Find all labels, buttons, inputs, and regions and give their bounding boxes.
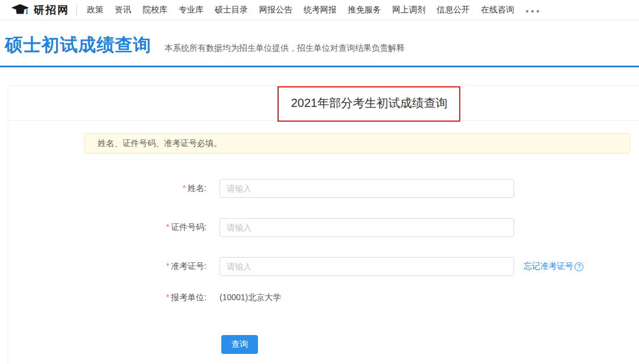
nav-item-college-db[interactable]: 院校库: [143, 5, 167, 15]
name-input[interactable]: [220, 179, 514, 198]
logo-text: 研招网: [34, 3, 69, 17]
button-row: 查询: [8, 335, 639, 354]
nav-item-policy[interactable]: 政策: [87, 5, 104, 15]
query-form: *姓名: *证件号码: *准考证号: 忘记准考证号 ? *报考单位: (1: [8, 179, 639, 354]
admission-ticket-input[interactable]: [220, 257, 514, 276]
nav-separator: [76, 5, 77, 15]
id-number-label: *证件号码:: [8, 222, 206, 233]
nav-item-news[interactable]: 资讯: [115, 5, 131, 15]
form-row-id-number: *证件号码:: [8, 218, 639, 237]
graduation-cap-icon: [11, 4, 30, 17]
query-button[interactable]: 查询: [221, 335, 258, 354]
name-label: *姓名:: [8, 183, 206, 194]
form-row-admission-ticket: *准考证号: 忘记准考证号 ?: [8, 257, 639, 276]
nav-item-online-adjustment[interactable]: 网上调剂: [392, 5, 425, 15]
site-logo[interactable]: 研招网: [11, 3, 69, 17]
required-asterisk: *: [166, 222, 169, 232]
blue-divider: [0, 66, 639, 67]
question-circle-icon: ?: [575, 262, 583, 271]
form-row-target-university: *报考单位: (10001)北京大学: [8, 288, 639, 307]
required-fields-alert: 姓名、证件号码、准考证号必填。: [85, 133, 630, 154]
alert-text: 姓名、证件号码、准考证号必填。: [98, 138, 222, 149]
nav-item-registration-notice[interactable]: 网报公告: [259, 5, 292, 15]
target-university-value: (10001)北京大学: [220, 292, 281, 303]
required-asterisk: *: [183, 183, 186, 193]
card-title: 2021年部分考生初试成绩查询: [8, 86, 639, 120]
score-query-card: 2021年部分考生初试成绩查询 姓名、证件号码、准考证号必填。 *姓名: *证件…: [8, 85, 639, 364]
page-title: 硕士初试成绩查询: [5, 33, 151, 57]
nav-item-exemption-service[interactable]: 推免服务: [348, 5, 381, 15]
required-asterisk: *: [166, 292, 169, 302]
form-row-name: *姓名:: [8, 179, 639, 198]
nav-item-major-db[interactable]: 专业库: [179, 5, 204, 15]
forget-ticket-link[interactable]: 忘记准考证号 ?: [524, 261, 583, 272]
card-header: 2021年部分考生初试成绩查询: [8, 86, 639, 121]
top-navbar: 研招网 政策 资讯 院校库 专业库 硕士目录 网报公告 统考网报 推免服务 网上…: [0, 0, 639, 20]
nav-item-info-disclosure[interactable]: 信息公开: [437, 5, 470, 15]
target-university-label: *报考单位:: [8, 292, 206, 303]
page-subtitle: 本系统所有数据均为招生单位提供，招生单位对查询结果负责解释: [164, 43, 405, 54]
nav-item-unified-exam-registration[interactable]: 统考网报: [304, 5, 337, 15]
id-number-input[interactable]: [220, 218, 514, 237]
page-heading-area: 硕士初试成绩查询 本系统所有数据均为招生单位提供，招生单位对查询结果负责解释: [0, 20, 639, 57]
nav-item-online-consult[interactable]: 在线咨询: [481, 5, 514, 15]
nav-more-icon[interactable]: ●●●: [525, 6, 541, 14]
required-asterisk: *: [166, 261, 169, 271]
nav-item-master-catalog[interactable]: 硕士目录: [215, 5, 248, 15]
nav-menu: 政策 资讯 院校库 专业库 硕士目录 网报公告 统考网报 推免服务 网上调剂 信…: [87, 5, 541, 15]
admission-ticket-label: *准考证号:: [8, 261, 206, 272]
